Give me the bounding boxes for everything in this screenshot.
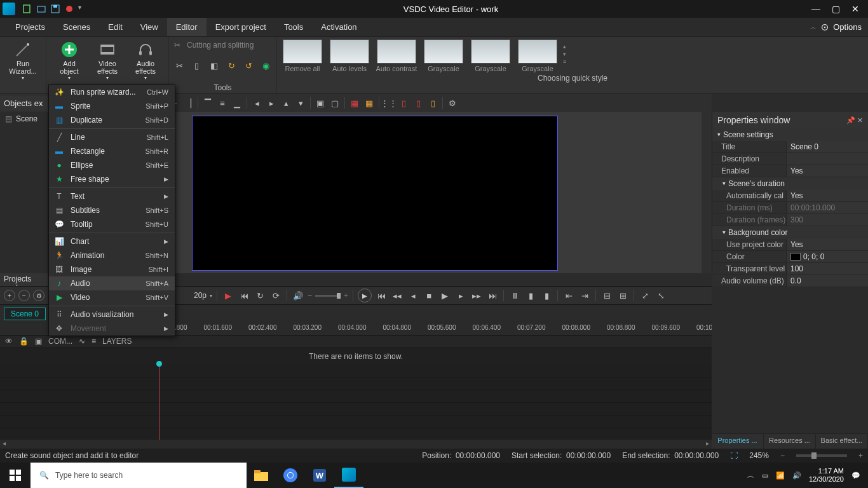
hscroll-right[interactable]: ▸ [703,440,712,449]
fit2-icon[interactable]: ⤡ [654,289,667,302]
cut-icon[interactable]: ✂ [174,60,185,72]
section-scene-settings[interactable]: Scene settings [712,128,868,141]
run-wizard-button[interactable]: Run Wizard...▾ [5,41,41,81]
qat-save-icon[interactable] [50,4,60,14]
loop-icon[interactable]: ↻ [254,289,266,302]
menu-edit[interactable]: Edit [99,18,131,36]
wifi-icon[interactable]: 📶 [776,471,785,480]
rotate270-icon[interactable]: ↺ [243,60,254,72]
prop-autocalc[interactable]: Yes [786,190,868,202]
prop-transparent[interactable]: 100 [786,263,868,275]
scene-tab[interactable]: Scene 0 [4,308,46,320]
tb-ungroup-icon[interactable]: ▢ [329,97,341,109]
menu-projects[interactable]: Projects [6,18,54,36]
pin-icon[interactable]: 📌 ✕ [846,116,863,125]
marker2-icon[interactable]: ▮ [540,289,553,302]
taskbar-chrome[interactable] [276,463,305,488]
tb-align-mid-icon[interactable]: ≡ [216,97,229,109]
cutting-splitting-button[interactable]: ✂ Cutting and splitting [174,41,271,50]
prop-enabled[interactable]: Yes [786,165,868,177]
prop-title[interactable]: Scene 0 [786,141,868,153]
tb-sel1-icon[interactable]: ▯ [397,97,410,109]
step-fwd-icon[interactable]: ▸▸ [470,289,483,302]
refresh-icon[interactable]: ⟳ [269,289,282,302]
quickstyle-grayscale[interactable]: Grayscale [469,39,512,72]
quickstyle-grayscale[interactable]: Grayscale [422,39,465,72]
section-background-color[interactable]: Background color [712,226,868,239]
add-track-button[interactable]: + [4,290,15,301]
menu-item-line[interactable]: ╱LineShift+L [49,130,175,144]
tb-arr-up-icon[interactable]: ▴ [280,97,292,109]
start-button[interactable] [0,463,31,488]
track-settings-button[interactable]: ⚙ [33,290,44,301]
right-tab-0[interactable]: Properties ... [712,434,764,449]
zoom-fit-icon[interactable]: ⛶ [730,451,738,460]
menu-item-subtitles[interactable]: ▤SubtitlesShift+S [49,203,175,217]
notifications-icon[interactable]: 💬 [851,471,860,480]
menu-item-image[interactable]: 🖼ImageShift+I [49,262,175,276]
qat-record-icon[interactable] [64,4,74,14]
tray-chevron-icon[interactable]: ︿ [747,471,754,480]
taskbar-vsdc[interactable] [334,463,363,488]
menu-item-run-sprite-wizard-[interactable]: ✨Run sprite wizard...Ctrl+W [49,85,175,99]
stop-icon[interactable]: ■ [423,289,435,302]
snap2-icon[interactable]: ⊞ [616,289,629,302]
folder-icon[interactable]: ▣ [35,337,42,346]
audio-effects-button[interactable]: Audio effects▾ [128,41,163,81]
playhead[interactable] [159,365,159,440]
video-canvas[interactable] [192,116,558,271]
menu-editor[interactable]: Editor [167,18,207,36]
prev-frame-icon[interactable]: ◂ [407,289,419,302]
out-point-icon[interactable]: ⇥ [578,289,591,302]
tb-settings-icon[interactable]: ⚙ [446,97,459,109]
right-tab-1[interactable]: Resources ... [764,434,816,449]
menu-export-project[interactable]: Export project [207,18,275,36]
tb-sel3-icon[interactable]: ▯ [426,97,439,109]
qs-more-icon[interactable]: ≡ [563,58,572,65]
right-tab-2[interactable]: Basic effect... [816,434,868,449]
qat-dropdown-icon[interactable]: ▾ [78,4,88,14]
color-wheel-icon[interactable]: ◉ [261,60,271,72]
menu-item-rectangle[interactable]: ▬RectangleShift+R [49,144,175,158]
volume-slider[interactable] [315,295,341,297]
eye-icon[interactable]: 👁 [5,337,13,346]
crop2-icon[interactable]: ◧ [208,60,219,72]
step-back-icon[interactable]: ◂◂ [391,289,403,302]
record-icon[interactable]: ▶ [222,289,234,302]
options-button[interactable]: Options [833,22,862,32]
close-button[interactable]: ✕ [851,4,859,14]
hscroll-left[interactable]: ◂ [0,440,8,449]
tb-arr-right-icon[interactable]: ▸ [265,97,278,109]
menu-item-ellipse[interactable]: ●EllipseShift+E [49,158,175,172]
volume-tray-icon[interactable]: 🔊 [792,471,801,480]
play-icon[interactable]: ▶ [438,289,451,302]
prop-color[interactable]: 0; 0; 0 [786,251,868,263]
tb-arr-down-icon[interactable]: ▾ [294,97,307,109]
fit1-icon[interactable]: ⤢ [639,289,651,302]
tray-clock[interactable]: 1:17 AM 12/30/2020 [809,467,844,484]
prop-description[interactable] [786,153,868,165]
qs-up-icon[interactable]: ▴ [563,43,572,50]
marker1-icon[interactable]: ▮ [524,289,537,302]
gear-icon[interactable] [820,23,829,32]
menu-item-duplicate[interactable]: ▥DuplicateShift+D [49,113,175,127]
maximize-button[interactable]: ▢ [832,4,840,14]
menu-item-tooltip[interactable]: 💬TooltipShift+U [49,217,175,231]
battery-icon[interactable]: ▭ [762,471,768,480]
menubar-chevron-icon[interactable]: ︿ [810,23,817,32]
qat-new-icon[interactable] [22,4,32,14]
quickstyle-grayscale[interactable]: Grayscale [516,39,559,72]
tb-grid2-icon[interactable]: ▦ [363,97,376,109]
tb-align-top-icon[interactable]: ▔ [201,97,214,109]
qat-open-icon[interactable] [36,4,46,14]
quickstyle-auto-levels[interactable]: Auto levels [328,39,371,72]
remove-track-button[interactable]: − [18,290,30,301]
taskbar-explorer[interactable] [247,463,276,488]
menu-scenes[interactable]: Scenes [54,18,99,36]
qs-down-icon[interactable]: ▾ [563,51,572,57]
menu-item-text[interactable]: TText▶ [49,189,175,203]
section-scene-duration[interactable]: Scene's duration [712,177,868,190]
tb-arr-left-icon[interactable]: ◂ [250,97,263,109]
menu-item-video[interactable]: ▶VideoShift+V [49,290,175,304]
pause-icon[interactable]: ⏸ [508,289,521,302]
